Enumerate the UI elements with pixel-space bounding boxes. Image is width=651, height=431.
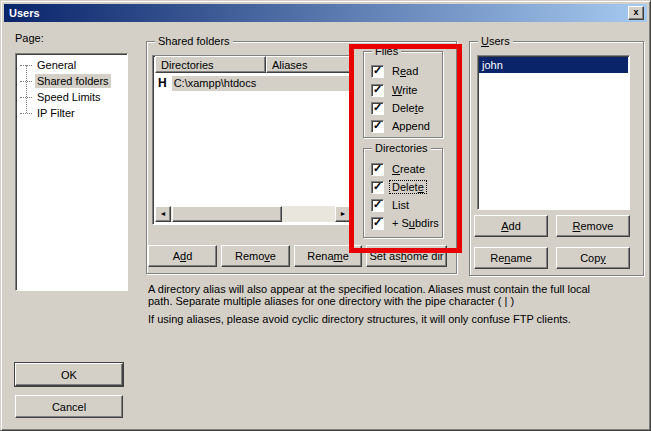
sidebar-item-speed-limits[interactable]: Speed Limits: [20, 89, 103, 105]
add-user-button[interactable]: Add: [474, 215, 548, 237]
horizontal-scrollbar[interactable]: ◄ ►: [155, 206, 351, 222]
tree-item-label: Speed Limits: [35, 90, 103, 104]
annotation-highlight-rectangle: [349, 44, 462, 253]
scroll-left-icon[interactable]: ◄: [155, 206, 171, 222]
scrollbar-thumb[interactable]: [172, 206, 282, 222]
tree-dash: [20, 97, 32, 98]
users-dialog: Users x Page: General Shared folders Spe…: [0, 0, 651, 431]
directory-path: C:\xampp\htdocs: [172, 76, 351, 91]
column-header-aliases[interactable]: Aliases: [266, 56, 351, 73]
rename-user-button[interactable]: Rename: [474, 247, 548, 269]
home-flag: H: [155, 76, 172, 90]
tree-dash: [20, 65, 32, 66]
users-listbox: john: [477, 55, 630, 210]
tree-item-label-selected: Shared folders: [35, 74, 111, 88]
add-directory-button[interactable]: Add: [148, 245, 217, 267]
sidebar-item-shared-folders[interactable]: Shared folders: [20, 73, 111, 89]
alias-info-line1: A directory alias will also appear at th…: [148, 283, 590, 295]
cancel-button[interactable]: Cancel: [15, 395, 123, 418]
window-title: Users: [4, 7, 40, 19]
sidebar-item-ip-filter[interactable]: IP Filter: [20, 105, 77, 121]
column-header-directories[interactable]: Directories: [155, 56, 266, 73]
alias-warning-text: If using aliases, please avoid cyclic di…: [148, 313, 571, 325]
directories-listview: Directories Aliases H C:\xampp\htdocs ◄ …: [152, 55, 354, 225]
shared-folders-group-label: Shared folders: [155, 35, 233, 47]
tree-dash: [20, 81, 32, 82]
tree-dash: [20, 113, 32, 114]
remove-directory-button[interactable]: Remove: [221, 245, 290, 267]
ok-button[interactable]: OK: [15, 363, 123, 386]
users-group: Users john Add Remove Rename Copy: [469, 41, 644, 276]
page-label: Page:: [15, 32, 44, 44]
page-tree: General Shared folders Speed Limits IP F…: [15, 53, 128, 291]
close-icon[interactable]: x: [628, 6, 644, 20]
copy-user-button[interactable]: Copy: [556, 247, 630, 269]
sidebar-item-general[interactable]: General: [20, 57, 78, 73]
alias-info-line2: path. Separate multiple aliases for one …: [148, 295, 514, 307]
directory-row[interactable]: H C:\xampp\htdocs: [155, 75, 351, 91]
title-bar[interactable]: Users x: [4, 4, 647, 22]
users-group-label: Users: [478, 35, 513, 47]
tree-item-label: IP Filter: [35, 106, 77, 120]
tree-item-label: General: [35, 58, 78, 72]
remove-user-button[interactable]: Remove: [556, 215, 630, 237]
user-list-item[interactable]: john: [479, 57, 628, 73]
